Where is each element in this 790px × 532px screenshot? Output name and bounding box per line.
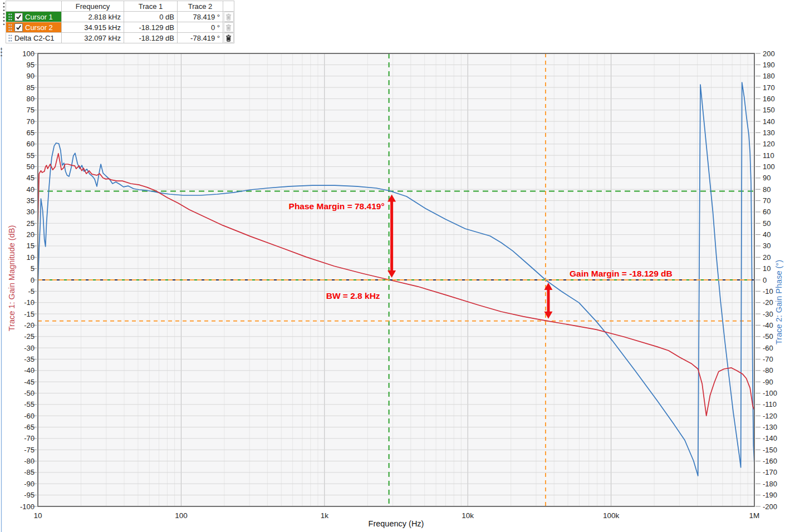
y-left-tick-label: 50	[27, 162, 35, 171]
drag-handle-icon[interactable]	[8, 13, 12, 21]
column-header-frequency: Frequency	[62, 1, 124, 12]
y-left-tick-label: 20	[27, 230, 35, 239]
y-right-tick-label: -140	[763, 434, 777, 442]
y-right-tick-label: -70	[763, 355, 773, 363]
y-right-tick-label: -170	[763, 468, 777, 476]
phase-margin-label: Phase Margin = 78.419°	[289, 201, 385, 211]
x-tick-label: 10k	[462, 511, 474, 520]
y-right-tick-label: 200	[763, 50, 775, 58]
y-left-tick-label: -25	[24, 332, 35, 341]
y-right-tick-label: 90	[763, 174, 771, 182]
y-right-tick-label: -150	[763, 446, 777, 454]
y-left-tick-label: -35	[24, 355, 35, 363]
y-left-axis: 1009590858075706560555045403530252015105…	[20, 50, 37, 511]
y-left-tick-label: -55	[24, 400, 35, 408]
x-tick-label: 10	[33, 511, 42, 520]
y-right-tick-label: -60	[763, 344, 773, 352]
cursor2-delete-cell	[223, 22, 234, 33]
cursor1-delete-cell	[223, 12, 234, 22]
panel-drag-handle-icon[interactable]	[1, 48, 2, 50]
y-right-tick-label: 10	[763, 264, 771, 273]
drag-handle-icon[interactable]	[8, 24, 12, 31]
y-right-tick-label: -160	[763, 457, 777, 465]
delta-delete-cell	[223, 33, 234, 43]
y-left-tick-label: -80	[24, 457, 35, 465]
y-right-tick-label: -120	[763, 412, 777, 420]
y-left-tick-label: -65	[24, 423, 35, 431]
y-left-tick-label: -90	[24, 480, 35, 488]
delete-cursor2-button[interactable]	[224, 22, 234, 32]
y-left-tick-label: -50	[24, 389, 35, 397]
x-tick-label: 100	[175, 511, 188, 520]
y-left-tick-label: -20	[24, 321, 35, 329]
y-right-axis-title: Trace 2: Gain Phase (°)	[774, 260, 783, 344]
y-right-tick-label: 170	[763, 83, 775, 92]
drag-handle-icon[interactable]	[8, 35, 12, 42]
y-right-tick-label: 40	[763, 230, 771, 239]
cursor2-trace2-value: 0 °	[178, 22, 223, 33]
y-left-tick-label: -10	[24, 298, 35, 307]
y-right-tick-label: 140	[763, 117, 775, 126]
delta-label-cell[interactable]: Delta C2-C1	[6, 33, 62, 43]
y-right-tick-label: -10	[763, 287, 773, 295]
cursor2-frequency-value: 34.915 kHz	[62, 22, 124, 33]
y-left-tick-label: -60	[24, 412, 35, 420]
row-label-header-cell	[6, 1, 62, 12]
cursor2-label: Cursor 2	[25, 22, 53, 33]
y-right-tick-label: 80	[763, 185, 771, 194]
y-left-tick-label: 40	[27, 185, 35, 194]
y-left-tick-label: -95	[24, 491, 35, 499]
y-right-tick-label: -100	[763, 389, 777, 397]
x-axis-title: Frequency (Hz)	[369, 519, 424, 528]
y-right-tick-label: 120	[763, 140, 775, 148]
y-left-tick-label: 90	[27, 72, 35, 80]
y-left-tick-label: -85	[24, 468, 35, 476]
table-row-cursor1: Cursor 1 2.818 kHz 0 dB 78.419 °	[6, 12, 234, 22]
y-left-tick-label: 0	[31, 276, 35, 284]
y-right-tick-label: 20	[763, 253, 771, 262]
cursor2-trace1-value: -18.129 dB	[124, 22, 178, 33]
y-left-tick-label: -100	[20, 503, 35, 511]
cursor2-checkbox[interactable]	[14, 23, 23, 32]
y-left-tick-label: -5	[28, 287, 35, 295]
y-right-tick-label: -180	[763, 480, 777, 488]
cursor-table-header-row: Frequency Trace 1 Trace 2	[6, 1, 234, 12]
delete-cursor1-button[interactable]	[224, 12, 234, 22]
y-right-tick-label: 70	[763, 196, 771, 205]
y-right-tick-label: 50	[763, 219, 771, 228]
y-right-tick-label: 190	[763, 61, 775, 69]
panel-drag-handle-icon[interactable]	[1, 52, 2, 53]
y-left-tick-label: 5	[31, 264, 35, 273]
y-right-tick-label: -40	[763, 321, 773, 329]
y-left-tick-label: -70	[24, 434, 35, 442]
y-right-tick-label: 160	[763, 95, 775, 103]
bw-label: BW = 2.8 kHz	[326, 291, 380, 301]
cursor1-label-cell[interactable]: Cursor 1	[6, 12, 62, 22]
bode-plot-panel: 1009590858075706560555045403530252015105…	[0, 47, 790, 532]
x-axis: 101001k10k100k1MFrequency (Hz)	[33, 511, 759, 528]
delete-column-header-cell	[223, 1, 234, 12]
y-right-tick-label: -190	[763, 491, 777, 499]
panel-drag-handle-icon[interactable]	[1, 55, 2, 57]
cursor1-trace1-value: 0 dB	[124, 12, 178, 22]
y-right-tick-label: 130	[763, 129, 775, 137]
y-left-tick-label: -40	[24, 366, 35, 375]
cursor1-checkbox[interactable]	[14, 13, 23, 21]
cursor1-frequency-value: 2.818 kHz	[62, 12, 124, 22]
bode-plot-canvas[interactable]: 1009590858075706560555045403530252015105…	[0, 47, 790, 532]
delete-delta-button[interactable]	[224, 33, 234, 43]
y-left-tick-label: 60	[27, 140, 35, 148]
y-right-tick-label: -20	[763, 298, 773, 307]
x-tick-label: 100k	[603, 511, 620, 520]
cursor2-label-cell[interactable]: Cursor 2	[6, 22, 62, 33]
gain-margin-label: Gain Margin = -18.129 dB	[570, 269, 673, 278]
column-header-trace2: Trace 2	[178, 1, 223, 12]
x-tick-label: 1M	[749, 511, 760, 520]
y-right-tick-label: 0	[763, 276, 767, 284]
y-left-tick-label: 15	[27, 242, 35, 250]
y-left-tick-label: 55	[27, 151, 35, 160]
y-left-axis-title: Trace 1: Gain Magnitude (dB)	[7, 225, 16, 331]
y-left-tick-label: -75	[24, 446, 35, 454]
y-right-tick-label: -200	[763, 503, 777, 511]
y-left-tick-label: 30	[27, 208, 35, 216]
